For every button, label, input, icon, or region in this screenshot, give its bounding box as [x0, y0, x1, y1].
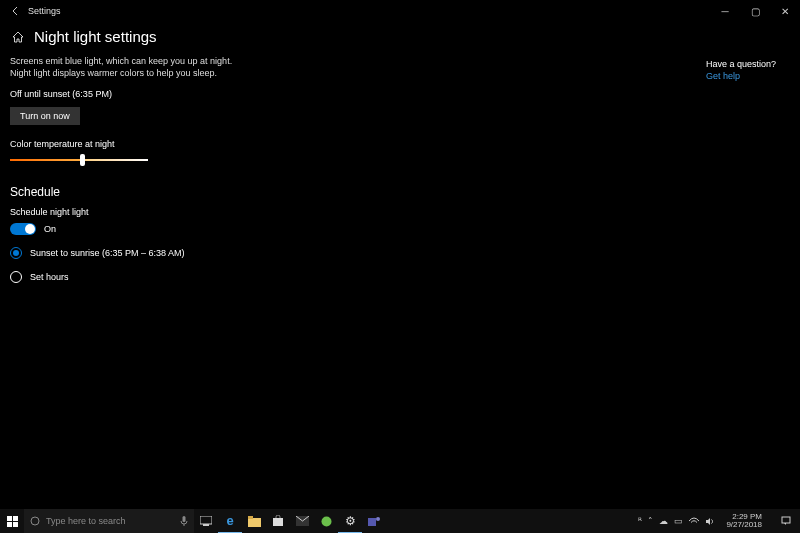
- svg-rect-5: [183, 516, 186, 522]
- turn-on-button[interactable]: Turn on now: [10, 107, 80, 125]
- radio-icon: [10, 247, 22, 259]
- page-header: Night light settings: [0, 22, 800, 55]
- svg-rect-13: [368, 518, 376, 526]
- svg-point-4: [31, 517, 39, 525]
- help-question: Have a question?: [706, 59, 776, 69]
- mail-app[interactable]: [290, 509, 314, 533]
- page-title: Night light settings: [34, 28, 157, 45]
- schedule-toggle[interactable]: [10, 223, 36, 235]
- taskbar-clock[interactable]: 2:29 PM 9/27/2018: [720, 513, 768, 530]
- svg-rect-2: [7, 522, 12, 527]
- temperature-label: Color temperature at night: [10, 139, 470, 149]
- clock-date: 9/27/2018: [726, 521, 762, 529]
- toggle-state-label: On: [44, 224, 56, 234]
- schedule-toggle-label: Schedule night light: [10, 207, 470, 217]
- svg-rect-1: [13, 516, 18, 521]
- radio-label: Sunset to sunrise (6:35 PM – 6:38 AM): [30, 248, 185, 258]
- schedule-heading: Schedule: [10, 185, 470, 199]
- temperature-slider[interactable]: [10, 155, 148, 165]
- svg-rect-0: [7, 516, 12, 521]
- battery-icon[interactable]: ▭: [674, 516, 683, 526]
- minimize-button[interactable]: ─: [710, 0, 740, 22]
- svg-rect-15: [782, 517, 790, 523]
- system-tray: ᴿ ˄ ☁ ▭ 2:29 PM 9/27/2018: [638, 509, 800, 533]
- svg-rect-9: [248, 516, 253, 519]
- notifications-button[interactable]: [774, 509, 798, 533]
- radio-label: Set hours: [30, 272, 69, 282]
- slider-thumb[interactable]: [80, 154, 85, 166]
- home-icon[interactable]: [10, 29, 26, 45]
- close-button[interactable]: ✕: [770, 0, 800, 22]
- tray-up-icon[interactable]: ˄: [648, 516, 653, 526]
- gear-icon: ⚙: [345, 514, 356, 528]
- file-explorer-app[interactable]: [242, 509, 266, 533]
- svg-rect-6: [200, 516, 212, 524]
- svg-rect-3: [13, 522, 18, 527]
- volume-icon[interactable]: [705, 517, 714, 526]
- edge-app[interactable]: e: [218, 509, 242, 533]
- svg-rect-8: [248, 518, 261, 527]
- radio-set-hours[interactable]: Set hours: [10, 271, 470, 283]
- taskbar-search[interactable]: Type here to search: [24, 509, 194, 533]
- back-button[interactable]: [8, 3, 24, 19]
- taskbar: Type here to search e ⚙ ᴿ ˄ ☁ ▭ 2:29 PM …: [0, 509, 800, 533]
- tray-icon[interactable]: ᴿ: [638, 516, 642, 526]
- store-app[interactable]: [266, 509, 290, 533]
- description-text: Screens emit blue light, which can keep …: [10, 55, 250, 79]
- svg-point-12: [321, 516, 331, 526]
- svg-rect-7: [203, 524, 209, 526]
- window-titlebar: Settings ─ ▢ ✕: [0, 0, 800, 22]
- radio-sunset-sunrise[interactable]: Sunset to sunrise (6:35 PM – 6:38 AM): [10, 247, 470, 259]
- status-text: Off until sunset (6:35 PM): [10, 89, 470, 99]
- onedrive-icon[interactable]: ☁: [659, 516, 668, 526]
- mic-icon[interactable]: [180, 516, 188, 526]
- green-app[interactable]: [314, 509, 338, 533]
- help-link[interactable]: Get help: [706, 71, 776, 81]
- teams-app[interactable]: [362, 509, 386, 533]
- window-title: Settings: [28, 6, 61, 16]
- radio-icon: [10, 271, 22, 283]
- svg-rect-10: [273, 518, 283, 526]
- cortana-icon: [30, 516, 40, 526]
- search-placeholder: Type here to search: [46, 516, 126, 526]
- task-view-button[interactable]: [194, 509, 218, 533]
- svg-point-14: [376, 517, 380, 521]
- wifi-icon[interactable]: [689, 517, 699, 525]
- start-button[interactable]: [0, 509, 24, 533]
- settings-app[interactable]: ⚙: [338, 509, 362, 533]
- maximize-button[interactable]: ▢: [740, 0, 770, 22]
